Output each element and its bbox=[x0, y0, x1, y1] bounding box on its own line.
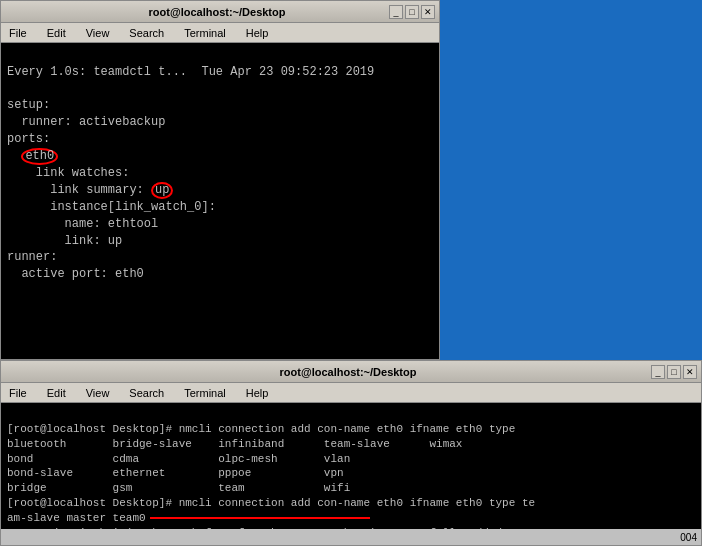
terminal-bottom-window[interactable]: root@localhost:~/Desktop _ □ ✕ File Edit… bbox=[0, 360, 702, 546]
menu-view-top[interactable]: View bbox=[82, 27, 114, 39]
menu-bar-top[interactable]: File Edit View Search Terminal Help bbox=[1, 23, 439, 43]
line-3: runner: activebackup bbox=[7, 115, 165, 129]
menu-edit-top[interactable]: Edit bbox=[43, 27, 70, 39]
line-2: setup: bbox=[7, 98, 50, 112]
menu-help-top[interactable]: Help bbox=[242, 27, 273, 39]
status-bar-bottom: 004 bbox=[1, 529, 701, 545]
line-7: link summary: up bbox=[7, 183, 173, 197]
window-controls-bottom[interactable]: _ □ ✕ bbox=[651, 365, 697, 379]
terminal-content-top: Every 1.0s: teamdctl t... Tue Apr 23 09:… bbox=[1, 43, 439, 359]
menu-search-bottom[interactable]: Search bbox=[125, 387, 168, 399]
menu-terminal-top[interactable]: Terminal bbox=[180, 27, 230, 39]
menu-help-bottom[interactable]: Help bbox=[242, 387, 273, 399]
minimize-button-top[interactable]: _ bbox=[389, 5, 403, 19]
line-12: active port: eth0 bbox=[7, 267, 144, 281]
terminal-content-bottom: [root@localhost Desktop]# nmcli connecti… bbox=[1, 403, 701, 529]
maximize-button-bottom[interactable]: □ bbox=[667, 365, 681, 379]
maximize-button-top[interactable]: □ bbox=[405, 5, 419, 19]
window-controls-top[interactable]: _ □ ✕ bbox=[389, 5, 435, 19]
close-button-bottom[interactable]: ✕ bbox=[683, 365, 697, 379]
cmd-line-7: am-slave master team0 bbox=[7, 512, 370, 524]
line-8: instance[link_watch_0]: bbox=[7, 200, 216, 214]
line-10: link: up bbox=[7, 234, 122, 248]
cmd-line-4: bond-slave ethernet pppoe vpn bbox=[7, 467, 344, 479]
minimize-button-bottom[interactable]: _ bbox=[651, 365, 665, 379]
eth0-circled: eth0 bbox=[21, 148, 58, 165]
line-6: link watches: bbox=[7, 166, 129, 180]
title-bar-top: root@localhost:~/Desktop _ □ ✕ bbox=[1, 1, 439, 23]
title-top: root@localhost:~/Desktop bbox=[45, 6, 389, 18]
terminal-top-window[interactable]: root@localhost:~/Desktop _ □ ✕ File Edit… bbox=[0, 0, 440, 360]
menu-search-top[interactable]: Search bbox=[125, 27, 168, 39]
cmd-line-3: bond cdma olpc-mesh vlan bbox=[7, 453, 350, 465]
close-button-top[interactable]: ✕ bbox=[421, 5, 435, 19]
status-text: 004 bbox=[680, 532, 697, 543]
title-bottom: root@localhost:~/Desktop bbox=[45, 366, 651, 378]
line-9: name: ethtool bbox=[7, 217, 158, 231]
up-circled: up bbox=[151, 182, 173, 199]
line-4: ports: bbox=[7, 132, 50, 146]
title-bar-bottom: root@localhost:~/Desktop _ □ ✕ bbox=[1, 361, 701, 383]
menu-terminal-bottom[interactable]: Terminal bbox=[180, 387, 230, 399]
line-11: runner: bbox=[7, 250, 57, 264]
cmd-line-6: [root@localhost Desktop]# nmcli connecti… bbox=[7, 497, 535, 509]
cmd-line-5: bridge gsm team wifi bbox=[7, 482, 350, 494]
menu-bar-bottom[interactable]: File Edit View Search Terminal Help bbox=[1, 383, 701, 403]
cmd-line-2: bluetooth bridge-slave infiniband team-s… bbox=[7, 438, 462, 450]
line-5: eth0 bbox=[7, 149, 58, 163]
menu-edit-bottom[interactable]: Edit bbox=[43, 387, 70, 399]
cmd-line-1: [root@localhost Desktop]# nmcli connecti… bbox=[7, 423, 515, 435]
menu-file-top[interactable]: File bbox=[5, 27, 31, 39]
line-1: Every 1.0s: teamdctl t... Tue Apr 23 09:… bbox=[7, 65, 374, 79]
menu-view-bottom[interactable]: View bbox=[82, 387, 114, 399]
menu-file-bottom[interactable]: File bbox=[5, 387, 31, 399]
